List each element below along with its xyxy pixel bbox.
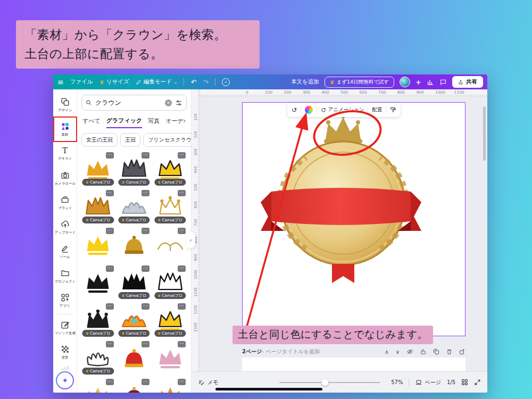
more-options-icon[interactable]: ··· (106, 152, 114, 159)
crown-result-18[interactable]: ··· (81, 378, 115, 393)
chip-1[interactable]: 王冠 (120, 133, 140, 147)
crown-result-20[interactable]: ··· (153, 378, 187, 393)
add-member-icon[interactable]: + (415, 78, 421, 86)
crown-result-14[interactable]: ···♛Canvaプロ (153, 303, 187, 338)
more-options-icon[interactable]: ··· (142, 341, 149, 347)
fullscreen-icon[interactable] (474, 379, 481, 386)
crown-result-1[interactable]: ···♛Canvaプロ (118, 152, 151, 187)
crown-result-17[interactable]: ··· (153, 340, 187, 376)
crown-result-10[interactable]: ···♛Canvaプロ (118, 265, 151, 301)
chip-2[interactable]: プリンセスクラウン (143, 133, 192, 147)
crown-result-12[interactable]: ···♛Canvaプロ (81, 303, 115, 338)
more-options-icon[interactable]: ··· (142, 303, 149, 310)
more-options-icon[interactable]: ··· (178, 152, 186, 159)
crown-result-4[interactable]: ···♛Canvaプロ (118, 189, 151, 225)
arrange-button[interactable]: 配置 (372, 106, 382, 113)
sidebar-item-design[interactable]: デザイン (54, 93, 77, 117)
tabs-more-icon[interactable]: › (183, 117, 186, 124)
zoom-slider-knob[interactable] (321, 379, 328, 386)
more-options-icon[interactable]: ··· (106, 228, 114, 234)
crown-result-16[interactable]: ··· (118, 340, 151, 376)
more-options-icon[interactable]: ··· (178, 228, 186, 234)
sidebar-item-elements[interactable]: 素材 (54, 117, 77, 142)
move-up-icon[interactable]: ∧ (385, 349, 388, 355)
color-picker-icon[interactable] (305, 106, 313, 114)
grid-view-icon[interactable] (461, 379, 468, 386)
more-options-icon[interactable]: ··· (106, 190, 114, 196)
menu-icon[interactable]: ≡ (57, 78, 64, 86)
move-down-icon[interactable]: ∨ (396, 349, 400, 355)
zoom-slider[interactable] (279, 382, 380, 383)
hide-icon[interactable] (406, 348, 413, 355)
more-options-icon[interactable]: ··· (178, 265, 186, 272)
canvas-scrollbar[interactable] (483, 106, 486, 161)
comments-icon[interactable] (439, 79, 447, 86)
avatar[interactable] (400, 77, 410, 87)
more-options-icon[interactable]: ··· (106, 265, 114, 272)
file-menu[interactable]: ファイル (70, 78, 93, 86)
filter-icon[interactable] (175, 99, 182, 106)
search-value: クラウン (95, 98, 162, 107)
sidebar-item-projects[interactable]: プロジェクト (54, 264, 77, 288)
edit-mode-menu[interactable]: 編集モード⌄ (136, 78, 178, 86)
crown-result-5[interactable]: ···♛Canvaプロ (153, 189, 187, 225)
trial-button[interactable]: ♛まず14日間無料で試す (325, 77, 394, 88)
resize-menu[interactable]: ♛リサイズ (99, 78, 129, 86)
more-options-icon[interactable]: ··· (142, 190, 149, 196)
paint-roller-icon[interactable] (390, 106, 396, 113)
sidebar-item-tools[interactable]: ツール (54, 239, 77, 264)
more-options-icon[interactable]: ··· (106, 341, 114, 347)
crown-result-3[interactable]: ···♛Canvaプロ (81, 189, 115, 225)
add-page-icon[interactable] (459, 348, 466, 355)
crown-result-6[interactable]: ··· (81, 227, 115, 263)
undo-icon[interactable]: ↶ (190, 78, 196, 86)
more-options-icon[interactable]: ··· (178, 303, 186, 310)
search-icon (86, 99, 92, 106)
sidebar-item-text[interactable]: T テキスト (54, 142, 77, 166)
page-title-placeholder[interactable]: - ページタイトルを追加 (262, 348, 319, 355)
more-options-icon[interactable]: ··· (142, 265, 149, 272)
more-options-icon[interactable]: ··· (142, 379, 149, 385)
clear-search-icon[interactable]: × (165, 99, 172, 106)
sidebar-item-upload[interactable]: アップロード (54, 215, 77, 239)
crown-result-13[interactable]: ···♛Canvaプロ (118, 303, 151, 338)
duplicate-icon[interactable] (433, 348, 439, 355)
crown-result-7[interactable]: ··· (118, 227, 151, 263)
tab-0[interactable]: すべて (82, 117, 101, 128)
more-options-icon[interactable]: ··· (178, 190, 186, 196)
sidebar-item-background[interactable]: 背景 (54, 340, 77, 364)
crown-result-15[interactable]: ···♛Canvaプロ (81, 340, 115, 376)
crown-result-9[interactable]: ··· (81, 265, 115, 301)
memo-button[interactable]: メモ (198, 379, 218, 386)
chip-0[interactable]: 女王の王冠 (81, 133, 118, 147)
share-button[interactable]: 共有 (452, 76, 483, 88)
more-options-icon[interactable]: ··· (142, 152, 149, 159)
add-body-button[interactable]: 本文を追加 (291, 78, 319, 86)
panel-collapse-button[interactable]: ‹ (186, 231, 195, 248)
sidebar-item-apps[interactable]: アプリ (54, 288, 77, 313)
more-options-icon[interactable]: ··· (178, 379, 186, 385)
more-options-icon[interactable]: ··· (142, 228, 149, 234)
design-page-2[interactable] (242, 358, 466, 371)
crown-result-0[interactable]: ···♛Canvaプロ (81, 152, 115, 187)
page-view-button[interactable]: ページ (415, 379, 440, 386)
sidebar-item-magic-generate[interactable]: マジック生成 (54, 315, 77, 340)
sidebar-item-brand[interactable]: ブランド (54, 190, 77, 215)
crown-result-2[interactable]: ···♛Canvaプロ (153, 152, 187, 187)
lock-icon[interactable] (420, 348, 426, 355)
crown-result-11[interactable]: ···♛Canvaプロ (153, 265, 187, 301)
ai-assistant-button[interactable]: ✦ (56, 371, 74, 389)
flip-icon[interactable]: ↺ (292, 106, 297, 114)
more-options-icon[interactable]: ··· (106, 379, 114, 385)
crown-result-8[interactable]: ··· (153, 227, 187, 263)
insights-icon[interactable] (427, 79, 434, 86)
redo-icon[interactable]: ↷ (203, 78, 209, 86)
more-options-icon[interactable]: ··· (178, 341, 186, 347)
tab-1[interactable]: グラフィック (106, 117, 143, 128)
crown-result-19[interactable]: ··· (118, 378, 151, 393)
search-input[interactable]: クラウン × (81, 95, 187, 111)
delete-icon[interactable] (446, 348, 452, 355)
more-options-icon[interactable]: ··· (106, 303, 114, 310)
sidebar-item-camera-roll[interactable]: カメラロール (54, 166, 77, 190)
tab-2[interactable]: 写真 (148, 117, 160, 128)
